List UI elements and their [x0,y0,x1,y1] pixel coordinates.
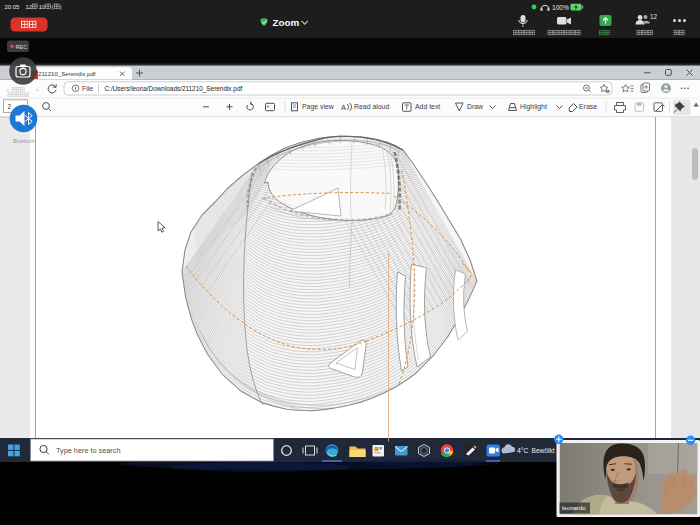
svg-text:C:/Users/leona/Downloads/21121: C:/Users/leona/Downloads/211210_Serendix… [105,85,243,93]
svg-text:Read aloud: Read aloud [354,103,389,110]
svg-text:211210_Serendix.pdf: 211210_Serendix.pdf [38,70,96,77]
svg-text:leonardo: leonardo [562,504,586,511]
svg-text:Type here to search: Type here to search [56,446,121,455]
svg-text:REC: REC [16,44,28,50]
svg-text:Add text: Add text [415,103,440,110]
svg-text:): ) [60,4,62,10]
svg-text:File: File [82,85,93,92]
svg-text:Zoom: Zoom [273,17,300,28]
svg-text:12: 12 [650,13,658,20]
svg-text:10: 10 [39,4,46,10]
svg-text:Erase: Erase [579,103,597,110]
svg-text:100%: 100% [552,4,569,11]
svg-text:12: 12 [26,4,33,10]
svg-text:Page view: Page view [302,103,334,111]
svg-text:4°C: 4°C [517,447,528,454]
svg-text:Draw: Draw [467,103,483,110]
svg-text:Highlight: Highlight [520,103,547,111]
svg-text:A: A [341,103,346,112]
svg-text:2: 2 [8,103,12,110]
svg-text:Bewölkt: Bewölkt [532,447,555,454]
svg-text:(: ( [52,4,54,10]
svg-text:20:05: 20:05 [5,4,20,10]
svg-text:Bluetooth: Bluetooth [13,138,36,144]
